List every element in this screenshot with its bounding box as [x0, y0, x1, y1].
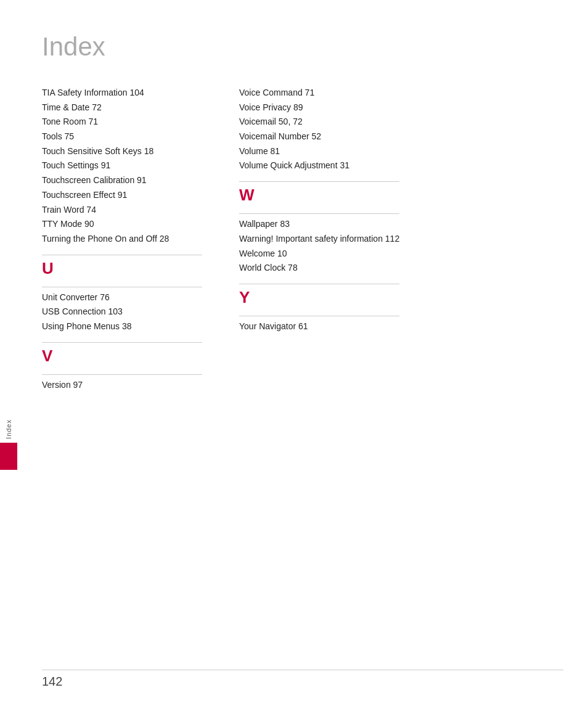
section-letter-v: V	[42, 347, 221, 366]
list-item: Touchscreen Calibration 91	[42, 174, 221, 187]
list-item: Touch Settings 91	[42, 159, 221, 173]
section-divider-w	[239, 181, 399, 182]
list-item: Touch Sensitive Soft Keys 18	[42, 145, 221, 158]
list-item: Unit Converter 76	[42, 291, 221, 305]
left-column: TIA Safety Information 104 Time & Date 7…	[42, 86, 233, 393]
page-title: Index	[42, 32, 105, 62]
list-item: TTY Mode 90	[42, 218, 221, 231]
list-item: USB Connection 103	[42, 305, 221, 319]
list-item: Train Word 74	[42, 203, 221, 217]
list-item: Tools 75	[42, 130, 221, 144]
list-item: Warning! Important safety information 11…	[239, 232, 424, 246]
side-tab-bar	[0, 443, 17, 470]
right-column: Voice Command 71 Voice Privacy 89 Voicem…	[233, 86, 424, 393]
list-item: Turning the Phone On and Off 28	[42, 232, 221, 246]
list-item: Wallpaper 83	[239, 218, 424, 231]
side-tab-text: Index	[5, 419, 12, 439]
list-item: Touchscreen Effect 91	[42, 189, 221, 202]
list-item: Voice Command 71	[239, 86, 424, 100]
list-item: Voicemail Number 52	[239, 130, 424, 144]
page: Index Index TIA Safety Information 104 T…	[0, 0, 588, 706]
section-letter-w: W	[239, 186, 424, 205]
bottom-line	[42, 670, 563, 670]
list-item: Volume Quick Adjustment 31	[239, 159, 424, 173]
section-divider-u	[42, 255, 202, 255]
list-item: World Clock 78	[239, 261, 424, 275]
section-divider-v2	[42, 374, 202, 375]
list-item: Using Phone Menus 38	[42, 320, 221, 334]
main-content: TIA Safety Information 104 Time & Date 7…	[42, 86, 563, 393]
list-item: Tone Room 71	[42, 115, 221, 129]
section-letter-u: U	[42, 259, 221, 278]
list-item: Your Navigator 61	[239, 320, 424, 334]
list-item: Voicemail 50, 72	[239, 115, 424, 129]
list-item: Time & Date 72	[42, 101, 221, 115]
list-item: Volume 81	[239, 145, 424, 158]
section-letter-y: Y	[239, 288, 424, 307]
section-divider-y	[239, 284, 399, 284]
section-divider-w2	[239, 213, 399, 214]
list-item: TIA Safety Information 104	[42, 86, 221, 100]
page-number: 142	[42, 675, 62, 689]
list-item: Welcome 10	[239, 247, 424, 261]
list-item: Voice Privacy 89	[239, 101, 424, 115]
section-divider-y2	[239, 316, 399, 316]
section-divider-u2	[42, 287, 202, 287]
list-item: Version 97	[42, 379, 221, 392]
section-divider-v	[42, 342, 202, 343]
